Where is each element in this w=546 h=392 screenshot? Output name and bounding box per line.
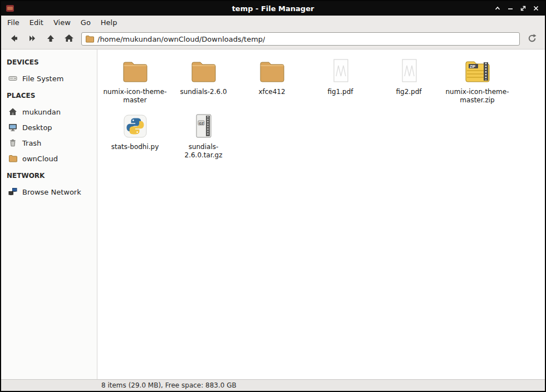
sidebar-item-label: ownCloud <box>22 155 58 163</box>
path-bar[interactable]: /home/mukundan/ownCloud/Downloads/temp/ <box>81 32 520 46</box>
sidebar-item-label: Browse Network <box>22 188 81 196</box>
sidebar-item-owncloud[interactable]: ownCloud <box>1 151 97 166</box>
sidebar-item-browse-network[interactable]: Browse Network <box>1 184 97 200</box>
menu-view[interactable]: View <box>48 17 76 28</box>
file-item-numix-icon-theme-master[interactable]: numix-icon-theme-master <box>101 56 169 105</box>
sidebar-section-devices: DEVICES <box>1 53 97 71</box>
file-name: fig1.pdf <box>327 88 353 96</box>
sidebar-item-label: mukundan <box>22 108 61 116</box>
file-item-stats-bodhi-py[interactable]: stats-bodhi.py <box>101 111 169 160</box>
folder-icon <box>85 34 94 43</box>
sidebar-section-places: PLACES <box>1 86 97 104</box>
menu-help[interactable]: Help <box>96 17 122 28</box>
svg-text:ZIP: ZIP <box>470 64 476 68</box>
pdf-icon <box>398 56 420 86</box>
menu-file[interactable]: File <box>2 17 24 28</box>
forward-icon <box>27 33 38 46</box>
window-controls <box>493 1 540 16</box>
folder-icon <box>8 154 17 163</box>
folder-icon <box>258 56 286 86</box>
sidebar-item-label: Trash <box>22 139 41 147</box>
file-view[interactable]: numix-icon-theme-mastersundials-2.6.0xfc… <box>97 49 545 379</box>
file-manager-window: temp - File Manager FileEditViewGoHelp /… <box>0 0 546 392</box>
file-name: numix-icon-theme-master.zip <box>445 88 510 105</box>
maximize-button[interactable] <box>519 4 528 13</box>
sidebar-item-mukundan[interactable]: mukundan <box>1 104 97 120</box>
home-icon <box>63 33 75 46</box>
zip-icon: ZIP <box>464 56 491 86</box>
pdf-icon <box>329 56 352 86</box>
close-button[interactable] <box>532 4 540 13</box>
file-grid: numix-icon-theme-mastersundials-2.6.0xfc… <box>97 49 545 173</box>
sidebar-item-label: File System <box>22 75 63 83</box>
home-icon <box>8 107 17 116</box>
python-icon <box>122 111 148 141</box>
file-name: stats-bodhi.py <box>111 143 159 151</box>
sidebar-item-label: Desktop <box>22 123 52 132</box>
reload-icon <box>527 33 537 45</box>
file-name: xfce412 <box>258 88 285 96</box>
file-name: sundials-2.6.0 <box>180 88 227 96</box>
sidebar-section-network: NETWORK <box>1 166 97 184</box>
reload-button[interactable] <box>524 31 540 47</box>
folder-icon <box>190 56 218 86</box>
home-button[interactable] <box>61 31 77 47</box>
desktop-icon <box>8 123 17 132</box>
file-item-xfce412[interactable]: xfce412 <box>238 56 306 105</box>
statusbar: 8 items (29.0 MB), Free space: 883.0 GB <box>1 379 545 391</box>
file-name: sundials-2.6.0.tar.gz <box>171 143 237 160</box>
titlebar[interactable]: temp - File Manager <box>1 1 545 16</box>
toolbar: /home/mukundan/ownCloud/Downloads/temp/ <box>1 29 545 49</box>
menu-edit[interactable]: Edit <box>24 17 48 28</box>
file-name: numix-icon-theme-master <box>102 88 168 105</box>
sidebar-item-desktop[interactable]: Desktop <box>1 120 97 135</box>
path-text: /home/mukundan/ownCloud/Downloads/temp/ <box>97 35 265 43</box>
targz-icon: GZ <box>193 111 215 141</box>
content-area: DEVICESFile SystemPLACESmukundanDesktopT… <box>1 49 545 379</box>
window-icon <box>6 4 14 13</box>
window-title: temp - File Manager <box>1 4 545 13</box>
sidebar: DEVICESFile SystemPLACESmukundanDesktopT… <box>1 49 97 379</box>
minimize-button[interactable] <box>506 4 515 13</box>
file-item-numix-icon-theme-master-zip[interactable]: ZIPnumix-icon-theme-master.zip <box>443 56 511 105</box>
menu-go[interactable]: Go <box>76 17 96 28</box>
back-icon <box>8 33 19 46</box>
forward-button[interactable] <box>24 31 41 47</box>
menubar: FileEditViewGoHelp <box>1 16 545 29</box>
sidebar-item-trash[interactable]: Trash <box>1 135 97 151</box>
trash-icon <box>8 138 17 147</box>
statusbar-text: 8 items (29.0 MB), Free space: 883.0 GB <box>101 381 237 389</box>
network-icon <box>8 187 17 196</box>
drive-icon <box>8 74 17 83</box>
sidebar-item-file-system[interactable]: File System <box>1 71 97 86</box>
back-button[interactable] <box>6 31 22 47</box>
file-name: fig2.pdf <box>396 88 421 96</box>
shade-button[interactable] <box>493 4 502 13</box>
file-item-fig1-pdf[interactable]: fig1.pdf <box>306 56 375 105</box>
file-item-fig2-pdf[interactable]: fig2.pdf <box>375 56 443 105</box>
file-item-sundials-2-6-0-tar-gz[interactable]: GZsundials-2.6.0.tar.gz <box>169 111 238 160</box>
up-arrow-icon <box>45 33 56 46</box>
svg-text:GZ: GZ <box>199 122 204 125</box>
file-item-sundials-2-6-0[interactable]: sundials-2.6.0 <box>169 56 238 105</box>
up-button[interactable] <box>42 31 59 47</box>
folder-icon <box>121 56 149 86</box>
